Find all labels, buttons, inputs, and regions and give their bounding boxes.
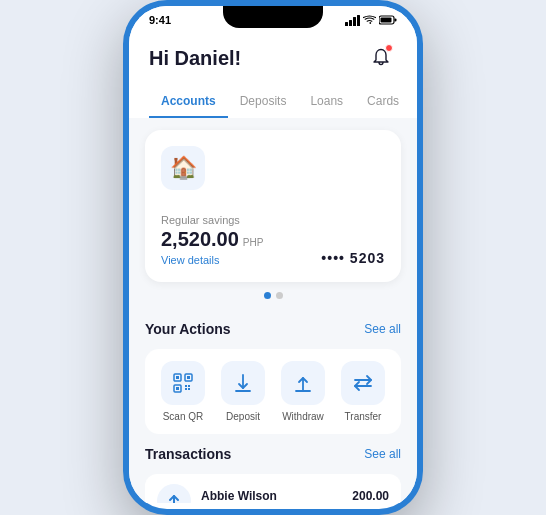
transactions-see-all[interactable]: See all bbox=[364, 447, 401, 461]
status-time: 9:41 bbox=[149, 14, 171, 26]
withdraw-icon-box bbox=[281, 361, 325, 405]
svg-rect-6 bbox=[395, 19, 397, 22]
tab-loans[interactable]: Loans bbox=[298, 86, 355, 118]
phone-screen: 9:41 bbox=[129, 6, 417, 509]
greeting-text: Hi Daniel! bbox=[149, 47, 241, 70]
account-label: Regular savings bbox=[161, 214, 263, 226]
svg-rect-16 bbox=[188, 388, 190, 390]
scan-qr-icon-box bbox=[161, 361, 205, 405]
dot-1 bbox=[264, 292, 271, 299]
tx-amount-col: 200.00 PHP bbox=[352, 489, 389, 504]
svg-rect-15 bbox=[185, 388, 187, 390]
svg-rect-10 bbox=[176, 376, 179, 379]
deposit-icon-box bbox=[221, 361, 265, 405]
svg-rect-2 bbox=[353, 17, 356, 26]
svg-rect-11 bbox=[187, 376, 190, 379]
account-amount: 2,520.00 bbox=[161, 228, 239, 251]
transactions-title: Transactions bbox=[145, 446, 231, 462]
svg-rect-1 bbox=[349, 20, 352, 26]
table-row: Abbie Wilson Deposit 200.00 PHP bbox=[145, 474, 401, 503]
scan-qr-icon bbox=[172, 372, 194, 394]
tx-currency: PHP bbox=[352, 503, 389, 504]
tx-name: Abbie Wilson bbox=[201, 489, 342, 503]
deposit-icon bbox=[232, 372, 254, 394]
transfer-label: Transfer bbox=[345, 411, 382, 422]
phone-frame: 9:41 bbox=[123, 0, 423, 515]
notification-bell[interactable] bbox=[365, 42, 397, 74]
transfer-icon bbox=[352, 372, 374, 394]
battery-icon bbox=[379, 15, 397, 25]
svg-rect-14 bbox=[188, 385, 190, 387]
transactions-section: Transactions See all Abbie Wilson Deposi… bbox=[129, 446, 417, 503]
amount-row: 2,520.00 PHP bbox=[161, 228, 263, 251]
tab-cards[interactable]: Cards bbox=[355, 86, 411, 118]
svg-rect-13 bbox=[185, 385, 187, 387]
account-card-section: 🏠 Regular savings 2,520.00 PHP View deta… bbox=[129, 118, 417, 321]
withdraw-icon bbox=[292, 372, 314, 394]
scan-qr-label: Scan QR bbox=[163, 411, 204, 422]
actions-grid: Scan QR Deposit bbox=[145, 349, 401, 434]
actions-section: Your Actions See all bbox=[129, 321, 417, 446]
app-header: Hi Daniel! Accounts Deposits Loans Cards bbox=[129, 30, 417, 118]
account-currency: PHP bbox=[243, 237, 264, 248]
signal-icon bbox=[345, 15, 360, 26]
wifi-icon bbox=[363, 15, 376, 25]
tx-amount: 200.00 bbox=[352, 489, 389, 503]
dot-2 bbox=[276, 292, 283, 299]
svg-rect-5 bbox=[381, 18, 392, 23]
action-deposit[interactable]: Deposit bbox=[221, 361, 265, 422]
tx-type: Deposit bbox=[201, 503, 342, 504]
masked-number: •••• 5203 bbox=[321, 250, 385, 266]
action-scan-qr[interactable]: Scan QR bbox=[161, 361, 205, 422]
withdraw-label: Withdraw bbox=[282, 411, 324, 422]
tx-arrow-icon bbox=[157, 484, 191, 503]
view-details-link[interactable]: View details bbox=[161, 254, 263, 266]
app-content: Hi Daniel! Accounts Deposits Loans Cards bbox=[129, 30, 417, 503]
actions-title: Your Actions bbox=[145, 321, 231, 337]
svg-rect-0 bbox=[345, 22, 348, 26]
dots-indicator bbox=[145, 292, 401, 299]
svg-rect-12 bbox=[176, 387, 179, 390]
house-icon: 🏠 bbox=[161, 146, 205, 190]
actions-header: Your Actions See all bbox=[145, 321, 401, 337]
transactions-header: Transactions See all bbox=[145, 446, 401, 462]
account-card: 🏠 Regular savings 2,520.00 PHP View deta… bbox=[145, 130, 401, 282]
tab-deposits[interactable]: Deposits bbox=[228, 86, 299, 118]
action-transfer[interactable]: Transfer bbox=[341, 361, 385, 422]
action-withdraw[interactable]: Withdraw bbox=[281, 361, 325, 422]
notification-dot bbox=[385, 44, 393, 52]
deposit-label: Deposit bbox=[226, 411, 260, 422]
tabs-container: Accounts Deposits Loans Cards bbox=[149, 86, 397, 118]
status-icons bbox=[345, 15, 397, 26]
card-left: Regular savings 2,520.00 PHP View detail… bbox=[161, 214, 263, 266]
transfer-icon-box bbox=[341, 361, 385, 405]
arrow-up-icon bbox=[166, 493, 182, 503]
card-right: •••• 5203 bbox=[321, 250, 385, 266]
svg-rect-3 bbox=[357, 15, 360, 26]
tx-info: Abbie Wilson Deposit bbox=[201, 489, 342, 504]
header-top: Hi Daniel! bbox=[149, 42, 397, 74]
card-body: Regular savings 2,520.00 PHP View detail… bbox=[161, 214, 385, 266]
tab-accounts[interactable]: Accounts bbox=[149, 86, 228, 118]
phone-notch bbox=[223, 6, 323, 28]
actions-see-all[interactable]: See all bbox=[364, 322, 401, 336]
